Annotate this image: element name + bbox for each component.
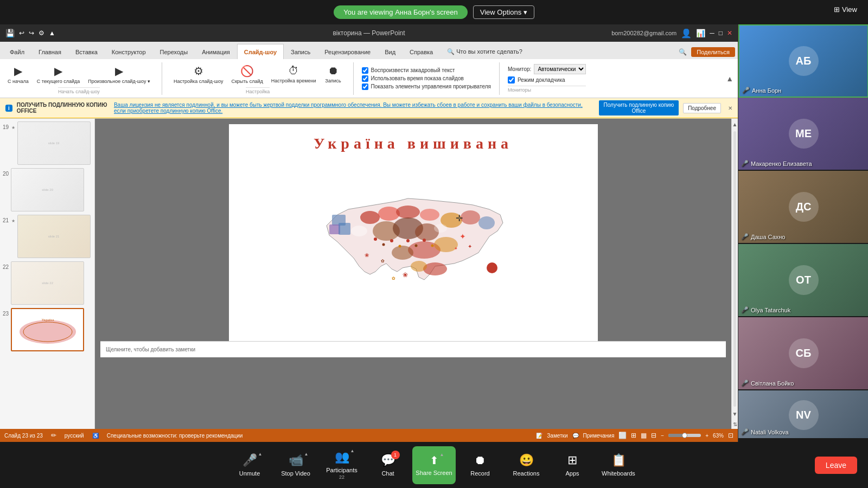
screen-share-banner: You are viewing Анна Борн's screen xyxy=(334,5,468,19)
comments-icon[interactable]: 💬 xyxy=(572,433,579,439)
view-outline-icon[interactable]: ⊞ xyxy=(631,432,636,439)
scroll-up-btn[interactable]: ▲ xyxy=(732,119,738,130)
ribbon-collapse-btn[interactable]: ▲ xyxy=(726,74,733,84)
setup-slideshow-btn[interactable]: ⚙ Настройка слайд-шоу xyxy=(170,63,226,86)
slide-thumb-22[interactable]: 22 slide 22 xyxy=(3,261,92,305)
slide-panel[interactable]: 19 ★ slide 19 20 slide 20 xyxy=(0,119,95,429)
slide-canvas[interactable]: Україна вишивана xyxy=(229,124,598,341)
tab-file[interactable]: Файл xyxy=(3,44,31,59)
zoom-slider[interactable] xyxy=(668,434,701,437)
unmute-button[interactable]: 🎤 ▲ Unmute xyxy=(228,446,271,484)
pp-redo-icon[interactable]: ↪ xyxy=(29,29,34,37)
slide-img-22[interactable]: slide 22 xyxy=(11,261,84,305)
pp-customqat-icon[interactable]: ⚙ xyxy=(39,29,44,37)
slide-thumb-19[interactable]: 19 ★ slide 19 xyxy=(3,121,92,165)
accessibility-text[interactable]: Специальные возможности: проверьте реком… xyxy=(107,433,243,439)
edit-icon[interactable]: ✏ xyxy=(51,432,56,439)
pp-minimize-btn[interactable]: ─ xyxy=(710,29,714,37)
svg-point-25 xyxy=(398,245,401,248)
slide-img-23[interactable]: Україна xyxy=(11,308,84,351)
start-current-label: С текущего слайда xyxy=(37,79,80,84)
slide-img-21[interactable]: slide 21 xyxy=(17,215,91,258)
participants-button[interactable]: 👥 ▲ Participants 22 xyxy=(320,446,363,484)
warning-close-btn[interactable]: ✕ xyxy=(728,105,732,111)
notes-btn[interactable]: Заметки xyxy=(547,433,567,439)
svg-point-0 xyxy=(20,320,76,344)
tab-help[interactable]: Справка xyxy=(403,44,440,59)
start-from-current-btn[interactable]: ▶ С текущего слайда xyxy=(34,63,84,86)
slide-thumb-23[interactable]: 23 Україна xyxy=(3,308,92,351)
pp-collapse-icon[interactable]: ▲ xyxy=(49,29,55,37)
scroll-down-btn[interactable]: ▼ xyxy=(732,408,738,419)
slide-thumb-21[interactable]: 21 ★ slide 21 xyxy=(3,215,92,258)
whiteboards-button[interactable]: 📋 Whiteboards xyxy=(597,446,640,484)
apps-button[interactable]: ⊞ Apps xyxy=(551,446,594,484)
slide-num-21: 21 xyxy=(3,216,9,223)
chat-button[interactable]: 💬 1 Chat xyxy=(366,446,410,484)
rehearse-btn[interactable]: ⏱ Настройка времени xyxy=(268,63,320,86)
pp-presentation-icon[interactable]: 📊 xyxy=(696,29,705,37)
pp-restore-btn[interactable]: □ xyxy=(719,29,723,37)
tab-design[interactable]: Конструктор xyxy=(105,44,153,59)
view-notes-icon[interactable]: ⊟ xyxy=(651,432,656,439)
comments-btn[interactable]: Примечания xyxy=(583,433,615,439)
tab-slideshow[interactable]: Слайд-шоу xyxy=(237,44,284,59)
fit-screen-btn[interactable]: ⊡ xyxy=(728,432,733,439)
scroll-thumb[interactable] xyxy=(733,131,736,407)
tab-transitions[interactable]: Переходы xyxy=(153,44,195,59)
pp-undo-icon[interactable]: ↩ xyxy=(19,29,24,37)
narration-checkbox[interactable] xyxy=(362,67,368,74)
zoom-out-btn[interactable]: − xyxy=(661,433,664,439)
custom-slideshow-btn[interactable]: ▶ Произвольное слайд-шоу ▾ xyxy=(85,63,154,86)
media-controls-checkbox[interactable] xyxy=(362,84,368,90)
reactions-button[interactable]: 😀 Reactions xyxy=(505,446,548,484)
record-btn[interactable]: ⏺ Запись xyxy=(321,63,345,86)
svg-point-26 xyxy=(406,239,410,242)
check-timings[interactable]: Использовать время показа слайдов xyxy=(362,75,490,82)
slide-placeholder-21: slide 21 xyxy=(48,235,60,238)
slide-thumb-20[interactable]: 20 slide 20 xyxy=(3,168,92,211)
view-options-button[interactable]: View Options ▾ xyxy=(473,5,534,19)
notes-icon[interactable]: 📝 xyxy=(536,433,542,439)
details-btn[interactable]: Подробнее xyxy=(683,103,721,113)
slide-notes-bar[interactable]: Щелкните, чтобы добавить заметки xyxy=(100,341,726,357)
view-normal-icon[interactable]: ⬜ xyxy=(618,432,627,439)
pp-account-icon[interactable]: 👤 xyxy=(681,28,692,38)
participant-card-svitlana: СБ 🎤 Світлана Бойко xyxy=(738,317,868,390)
slide-img-20[interactable]: slide 20 xyxy=(11,168,84,211)
tab-record[interactable]: Запись xyxy=(284,44,317,59)
slide-scrollbar[interactable]: ▲ ▼ ⇅ xyxy=(731,119,738,429)
presenter-mode-label: Режим докладчика xyxy=(518,77,565,83)
get-genuine-btn[interactable]: Получить подлинную копию Office xyxy=(599,100,679,115)
pp-save-icon[interactable]: 💾 xyxy=(5,29,15,37)
leave-button[interactable]: Leave xyxy=(815,457,857,474)
tab-review[interactable]: Рецензирование xyxy=(317,44,378,59)
check-narration[interactable]: Воспроизвести закадровый текст xyxy=(362,67,490,74)
share-button[interactable]: Поделиться xyxy=(691,47,735,57)
tab-search[interactable]: 🔍 Что вы хотите сделать? xyxy=(440,44,529,59)
scroll-arrows-btn[interactable]: ⇅ xyxy=(732,419,738,429)
start-from-beginning-btn[interactable]: ▶ С начала xyxy=(4,63,32,86)
stop-video-button[interactable]: 📹 ▲ Stop Video xyxy=(274,446,317,484)
grid-view-label[interactable]: ⊞ View xyxy=(834,5,857,14)
tab-insert[interactable]: Вставка xyxy=(68,44,105,59)
slide-img-19[interactable]: slide 19 xyxy=(17,121,91,165)
view-slide-icon[interactable]: ▦ xyxy=(641,432,647,439)
zoom-in-btn[interactable]: + xyxy=(705,433,709,439)
presenter-mode-checkbox[interactable] xyxy=(508,76,515,84)
check-media-controls[interactable]: Показать элементы управления проигрывате… xyxy=(362,84,490,90)
hide-slide-btn[interactable]: 🚫 Скрыть слайд xyxy=(228,63,266,86)
record-button[interactable]: ⏺ Record xyxy=(458,446,502,484)
share-screen-button[interactable]: ⬆ ▲ Share Screen xyxy=(412,446,456,484)
participants-label: Participants xyxy=(326,467,357,473)
zoom-thumb[interactable] xyxy=(682,433,687,438)
monitor-select[interactable]: Автоматически xyxy=(534,64,586,74)
tab-view[interactable]: Вид xyxy=(378,44,403,59)
tab-animations[interactable]: Анимация xyxy=(195,44,237,59)
timings-checkbox[interactable] xyxy=(362,75,368,82)
pp-close-btn[interactable]: ✕ xyxy=(727,29,732,37)
mic-icon-dasha: 🎤 xyxy=(741,233,749,240)
tab-home[interactable]: Главная xyxy=(31,44,68,59)
collapse-ribbon-icon[interactable]: ▲ xyxy=(726,74,733,83)
svg-point-24 xyxy=(390,239,393,242)
